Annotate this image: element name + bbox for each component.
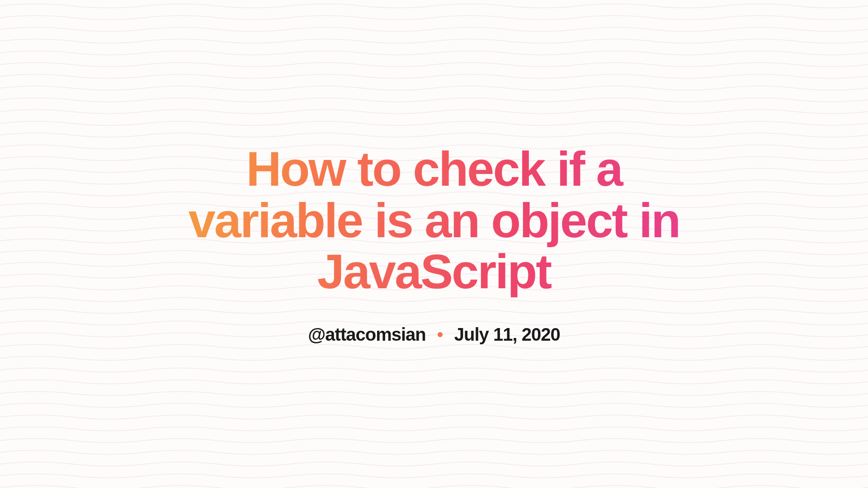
author-handle: @attacomsian: [308, 324, 425, 345]
content-container: How to check if a variable is an object …: [0, 0, 868, 488]
publish-date: July 11, 2020: [454, 324, 560, 345]
page-title: How to check if a variable is an object …: [185, 143, 683, 297]
meta-info: @attacomsian July 11, 2020: [308, 324, 560, 345]
separator-dot: [438, 332, 443, 337]
